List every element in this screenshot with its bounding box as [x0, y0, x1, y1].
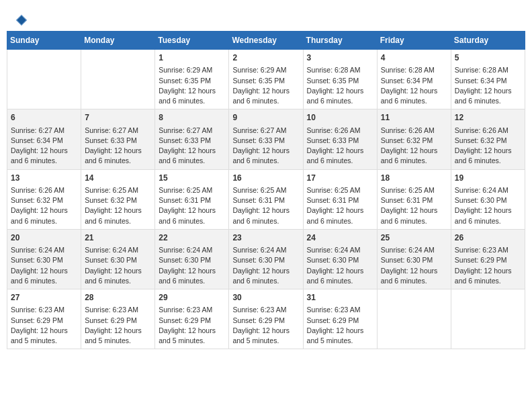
day-info: Sunrise: 6:24 AM Sunset: 6:30 PM Dayligh…	[455, 185, 521, 226]
day-info: Sunrise: 6:25 AM Sunset: 6:31 PM Dayligh…	[307, 185, 373, 226]
day-number: 23	[232, 232, 299, 244]
calendar-cell: 16Sunrise: 6:25 AM Sunset: 6:31 PM Dayli…	[229, 169, 303, 229]
calendar-week-row: 27Sunrise: 6:23 AM Sunset: 6:29 PM Dayli…	[7, 289, 525, 349]
day-of-week-header: Sunday	[7, 32, 81, 50]
day-info: Sunrise: 6:24 AM Sunset: 6:30 PM Dayligh…	[159, 245, 225, 286]
calendar-cell: 26Sunrise: 6:23 AM Sunset: 6:29 PM Dayli…	[451, 229, 525, 289]
day-number: 10	[307, 112, 373, 124]
day-info: Sunrise: 6:26 AM Sunset: 6:32 PM Dayligh…	[11, 185, 77, 226]
calendar-cell: 20Sunrise: 6:24 AM Sunset: 6:30 PM Dayli…	[7, 229, 81, 289]
day-info: Sunrise: 6:28 AM Sunset: 6:34 PM Dayligh…	[381, 65, 447, 106]
calendar-cell: 14Sunrise: 6:25 AM Sunset: 6:32 PM Dayli…	[81, 169, 155, 229]
calendar-week-row: 1Sunrise: 6:29 AM Sunset: 6:35 PM Daylig…	[7, 50, 525, 109]
calendar-cell: 12Sunrise: 6:26 AM Sunset: 6:32 PM Dayli…	[451, 109, 525, 169]
day-number: 31	[307, 292, 373, 304]
day-info: Sunrise: 6:27 AM Sunset: 6:33 PM Dayligh…	[159, 126, 225, 167]
calendar-cell: 30Sunrise: 6:23 AM Sunset: 6:29 PM Dayli…	[229, 289, 303, 349]
calendar-cell	[451, 289, 525, 349]
day-number: 27	[11, 292, 77, 304]
day-of-week-header: Monday	[81, 32, 155, 50]
day-number: 21	[85, 232, 151, 244]
day-number: 14	[85, 173, 151, 184]
day-number: 30	[232, 292, 299, 304]
calendar-cell: 15Sunrise: 6:25 AM Sunset: 6:31 PM Dayli…	[155, 169, 229, 229]
day-number: 29	[159, 292, 225, 304]
day-info: Sunrise: 6:24 AM Sunset: 6:30 PM Dayligh…	[85, 245, 151, 286]
calendar-cell: 28Sunrise: 6:23 AM Sunset: 6:29 PM Dayli…	[81, 289, 155, 349]
logo-icon	[15, 13, 28, 27]
day-info: Sunrise: 6:24 AM Sunset: 6:30 PM Dayligh…	[11, 245, 77, 286]
calendar-table: SundayMondayTuesdayWednesdayThursdayFrid…	[7, 31, 525, 349]
calendar-cell: 13Sunrise: 6:26 AM Sunset: 6:32 PM Dayli…	[7, 169, 81, 229]
day-info: Sunrise: 6:29 AM Sunset: 6:35 PM Dayligh…	[159, 65, 225, 106]
day-number: 1	[159, 52, 225, 64]
day-number: 17	[307, 173, 373, 184]
calendar-cell: 8Sunrise: 6:27 AM Sunset: 6:33 PM Daylig…	[155, 109, 229, 169]
day-number: 9	[232, 112, 299, 124]
calendar-cell: 4Sunrise: 6:28 AM Sunset: 6:34 PM Daylig…	[377, 50, 451, 109]
calendar-cell: 18Sunrise: 6:25 AM Sunset: 6:31 PM Dayli…	[377, 169, 451, 229]
day-of-week-header: Tuesday	[155, 32, 229, 50]
day-info: Sunrise: 6:25 AM Sunset: 6:31 PM Dayligh…	[159, 185, 225, 226]
calendar-cell: 1Sunrise: 6:29 AM Sunset: 6:35 PM Daylig…	[155, 50, 229, 109]
calendar-cell: 25Sunrise: 6:24 AM Sunset: 6:30 PM Dayli…	[377, 229, 451, 289]
day-info: Sunrise: 6:26 AM Sunset: 6:33 PM Dayligh…	[307, 126, 373, 167]
day-info: Sunrise: 6:25 AM Sunset: 6:32 PM Dayligh…	[85, 185, 151, 226]
calendar-cell	[81, 50, 155, 109]
day-info: Sunrise: 6:23 AM Sunset: 6:29 PM Dayligh…	[11, 305, 77, 346]
day-info: Sunrise: 6:28 AM Sunset: 6:34 PM Dayligh…	[455, 65, 521, 106]
calendar-cell: 29Sunrise: 6:23 AM Sunset: 6:29 PM Dayli…	[155, 289, 229, 349]
day-info: Sunrise: 6:27 AM Sunset: 6:33 PM Dayligh…	[85, 126, 151, 167]
day-of-week-header: Wednesday	[229, 32, 303, 50]
calendar-cell: 22Sunrise: 6:24 AM Sunset: 6:30 PM Dayli…	[155, 229, 229, 289]
day-of-week-header: Thursday	[303, 32, 377, 50]
calendar-cell: 10Sunrise: 6:26 AM Sunset: 6:33 PM Dayli…	[303, 109, 377, 169]
day-number: 13	[11, 173, 77, 184]
day-info: Sunrise: 6:23 AM Sunset: 6:29 PM Dayligh…	[307, 305, 373, 346]
day-info: Sunrise: 6:25 AM Sunset: 6:31 PM Dayligh…	[381, 185, 447, 226]
calendar-cell: 7Sunrise: 6:27 AM Sunset: 6:33 PM Daylig…	[81, 109, 155, 169]
calendar-cell: 5Sunrise: 6:28 AM Sunset: 6:34 PM Daylig…	[451, 50, 525, 109]
day-info: Sunrise: 6:24 AM Sunset: 6:30 PM Dayligh…	[232, 245, 299, 286]
calendar-week-row: 6Sunrise: 6:27 AM Sunset: 6:34 PM Daylig…	[7, 109, 525, 169]
day-number: 8	[159, 112, 225, 124]
day-info: Sunrise: 6:25 AM Sunset: 6:31 PM Dayligh…	[232, 185, 299, 226]
day-number: 19	[455, 173, 521, 184]
header	[7, 7, 525, 31]
day-info: Sunrise: 6:23 AM Sunset: 6:29 PM Dayligh…	[159, 305, 225, 346]
day-number: 5	[455, 52, 521, 64]
day-number: 12	[455, 112, 521, 124]
day-info: Sunrise: 6:26 AM Sunset: 6:32 PM Dayligh…	[381, 126, 447, 167]
logo	[13, 13, 28, 27]
day-number: 28	[85, 292, 151, 304]
day-number: 24	[307, 232, 373, 244]
calendar-cell: 21Sunrise: 6:24 AM Sunset: 6:30 PM Dayli…	[81, 229, 155, 289]
day-info: Sunrise: 6:24 AM Sunset: 6:30 PM Dayligh…	[381, 245, 447, 286]
day-info: Sunrise: 6:26 AM Sunset: 6:32 PM Dayligh…	[455, 126, 521, 167]
day-info: Sunrise: 6:28 AM Sunset: 6:35 PM Dayligh…	[307, 65, 373, 106]
day-info: Sunrise: 6:29 AM Sunset: 6:35 PM Dayligh…	[232, 65, 299, 106]
day-number: 16	[232, 173, 299, 184]
day-number: 15	[159, 173, 225, 184]
day-info: Sunrise: 6:23 AM Sunset: 6:29 PM Dayligh…	[232, 305, 299, 346]
calendar-week-row: 20Sunrise: 6:24 AM Sunset: 6:30 PM Dayli…	[7, 229, 525, 289]
day-of-week-header: Friday	[377, 32, 451, 50]
day-info: Sunrise: 6:23 AM Sunset: 6:29 PM Dayligh…	[455, 245, 521, 286]
day-number: 26	[455, 232, 521, 244]
day-number: 2	[232, 52, 299, 64]
day-info: Sunrise: 6:27 AM Sunset: 6:34 PM Dayligh…	[11, 126, 77, 167]
calendar-cell: 31Sunrise: 6:23 AM Sunset: 6:29 PM Dayli…	[303, 289, 377, 349]
day-number: 18	[381, 173, 447, 184]
day-number: 6	[11, 112, 77, 124]
calendar-week-row: 13Sunrise: 6:26 AM Sunset: 6:32 PM Dayli…	[7, 169, 525, 229]
day-info: Sunrise: 6:27 AM Sunset: 6:33 PM Dayligh…	[232, 126, 299, 167]
calendar-cell: 11Sunrise: 6:26 AM Sunset: 6:32 PM Dayli…	[377, 109, 451, 169]
day-number: 4	[381, 52, 447, 64]
day-info: Sunrise: 6:23 AM Sunset: 6:29 PM Dayligh…	[85, 305, 151, 346]
calendar-cell	[7, 50, 81, 109]
day-number: 3	[307, 52, 373, 64]
calendar-cell: 24Sunrise: 6:24 AM Sunset: 6:30 PM Dayli…	[303, 229, 377, 289]
calendar-cell: 2Sunrise: 6:29 AM Sunset: 6:35 PM Daylig…	[229, 50, 303, 109]
day-number: 7	[85, 112, 151, 124]
day-of-week-header: Saturday	[451, 32, 525, 50]
